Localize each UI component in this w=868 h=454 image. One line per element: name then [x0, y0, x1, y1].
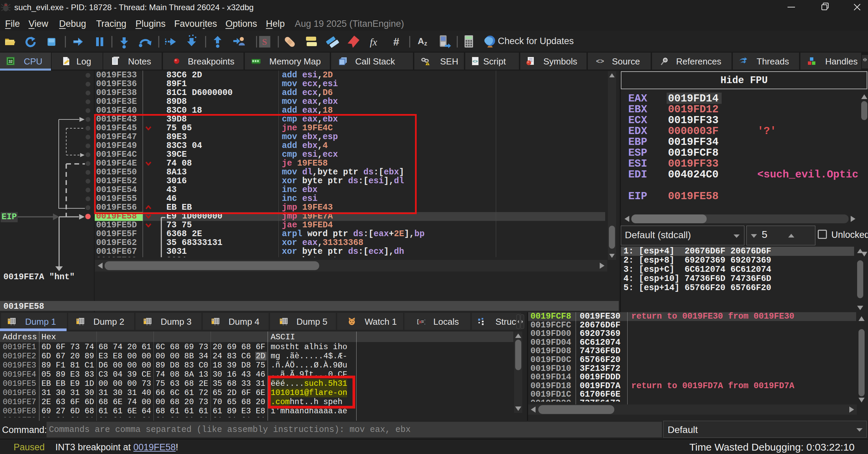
svg-text:fx: fx: [370, 36, 377, 48]
svg-text:=]: =]: [421, 319, 425, 325]
svg-text:z: z: [424, 40, 427, 47]
svg-text:<>: <>: [472, 59, 478, 64]
svg-text:!: !: [427, 62, 428, 65]
svg-text:A: A: [418, 36, 424, 46]
svg-text:32: 32: [8, 59, 13, 63]
svg-text:S: S: [262, 37, 267, 47]
svg-text:#: #: [393, 36, 399, 48]
svg-text:<>: <>: [596, 58, 604, 65]
svg-text:32: 32: [4, 3, 7, 6]
